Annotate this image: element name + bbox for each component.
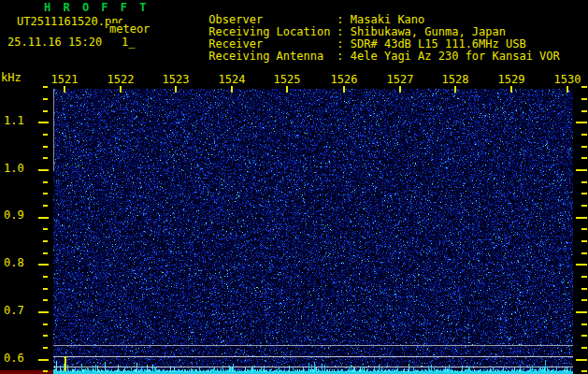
axis-tick bbox=[43, 324, 48, 325]
axis-tick bbox=[581, 205, 587, 207]
capture-datetime: 25.11.16 15:20 bbox=[7, 36, 102, 49]
info-row-observer: Observer: Masaki Kano bbox=[168, 2, 560, 14]
info-value: : Shibukawa, Gunma, Japan bbox=[337, 25, 506, 38]
axis-tick bbox=[43, 252, 48, 254]
time-axis-label: 1530 bbox=[553, 74, 581, 86]
axis-tick bbox=[399, 86, 401, 93]
capture-filename: UT2511161520.png bbox=[17, 16, 122, 28]
axis-tick bbox=[581, 276, 587, 278]
observation-mode-label: meteor bbox=[109, 23, 150, 36]
axis-tick bbox=[231, 86, 233, 93]
axis-tick bbox=[576, 264, 587, 266]
info-value: : Masaki Kano bbox=[337, 13, 424, 26]
axis-tick bbox=[64, 86, 65, 93]
axis-tick bbox=[576, 359, 587, 361]
axis-tick bbox=[581, 181, 587, 183]
freq-axis-label: 0.8 bbox=[4, 257, 32, 269]
axis-tick bbox=[43, 86, 48, 88]
axis-tick bbox=[43, 181, 48, 183]
axis-tick bbox=[581, 146, 587, 148]
axis-tick bbox=[43, 134, 48, 136]
axis-tick bbox=[510, 86, 512, 93]
spectrogram-canvas bbox=[53, 89, 573, 374]
freq-axis-label: 0.6 bbox=[4, 352, 32, 365]
axis-tick bbox=[581, 110, 587, 112]
axis-tick bbox=[581, 98, 587, 100]
axis-tick bbox=[581, 347, 587, 349]
axis-tick bbox=[581, 335, 587, 337]
axis-tick bbox=[43, 228, 48, 230]
axis-tick bbox=[38, 311, 49, 313]
axis-tick bbox=[43, 110, 48, 112]
axis-tick bbox=[120, 86, 122, 93]
freq-axis-unit: kHz bbox=[1, 72, 22, 84]
axis-tick bbox=[43, 370, 48, 372]
station-info: Observer: Masaki Kano Receiving Location… bbox=[168, 2, 560, 50]
axis-tick bbox=[38, 169, 49, 171]
axis-tick bbox=[286, 86, 288, 93]
time-axis-label: 1521 bbox=[50, 74, 79, 86]
axis-tick bbox=[43, 240, 48, 242]
axis-tick bbox=[43, 276, 48, 278]
axis-tick bbox=[38, 217, 49, 219]
axis-tick bbox=[566, 86, 568, 93]
axis-tick bbox=[454, 86, 456, 93]
axis-tick bbox=[43, 288, 48, 290]
axis-tick bbox=[38, 359, 49, 361]
time-axis-label: 1524 bbox=[218, 74, 246, 86]
axis-tick bbox=[175, 86, 177, 93]
axis-tick bbox=[38, 122, 49, 123]
freq-axis-label: 0.7 bbox=[4, 305, 32, 317]
freq-axis-label: 1.0 bbox=[4, 163, 32, 175]
axis-tick bbox=[581, 252, 587, 254]
axis-tick bbox=[581, 240, 587, 242]
axis-tick bbox=[343, 86, 345, 93]
freq-axis-label: 0.9 bbox=[4, 209, 32, 222]
axis-tick bbox=[576, 311, 587, 313]
freq-axis-label: 1.1 bbox=[4, 115, 32, 127]
info-label: Receiving Antenna bbox=[208, 50, 337, 63]
time-axis-label: 1522 bbox=[107, 74, 135, 86]
axis-tick bbox=[43, 347, 48, 349]
axis-tick bbox=[43, 193, 48, 194]
axis-tick bbox=[581, 228, 587, 230]
axis-tick bbox=[581, 86, 587, 88]
time-axis-label: 1528 bbox=[441, 74, 469, 86]
axis-tick bbox=[38, 264, 49, 266]
axis-tick bbox=[43, 205, 48, 207]
time-axis-label: 1527 bbox=[386, 74, 414, 86]
axis-tick bbox=[43, 146, 48, 148]
axis-tick bbox=[581, 193, 587, 194]
axis-tick bbox=[581, 288, 587, 290]
axis-tick bbox=[576, 169, 587, 171]
minute-counter: 1_ bbox=[122, 36, 135, 49]
axis-tick bbox=[43, 299, 48, 301]
axis-tick bbox=[581, 134, 587, 136]
time-axis-label: 1526 bbox=[330, 74, 358, 86]
axis-tick bbox=[581, 157, 587, 159]
axis-tick bbox=[581, 324, 587, 325]
axis-tick bbox=[581, 299, 587, 301]
axis-tick bbox=[43, 98, 48, 100]
axis-tick bbox=[581, 370, 587, 372]
axis-tick bbox=[576, 217, 587, 219]
time-axis-label: 1523 bbox=[162, 74, 190, 86]
time-axis-label: 1525 bbox=[273, 74, 301, 86]
axis-tick bbox=[43, 157, 48, 159]
hrofft-window: H R O F F T UT2511161520.png meteor 25.1… bbox=[0, 0, 588, 374]
axis-tick bbox=[576, 122, 587, 123]
info-value: : 4ele Yagi Az 230 for Kansai VOR bbox=[337, 50, 559, 63]
app-title: H R O F F T bbox=[44, 2, 149, 14]
axis-tick bbox=[43, 335, 48, 337]
info-value: : SDR# 43dB L15 111.6MHz USB bbox=[337, 37, 525, 50]
time-axis-label: 1529 bbox=[497, 74, 525, 86]
